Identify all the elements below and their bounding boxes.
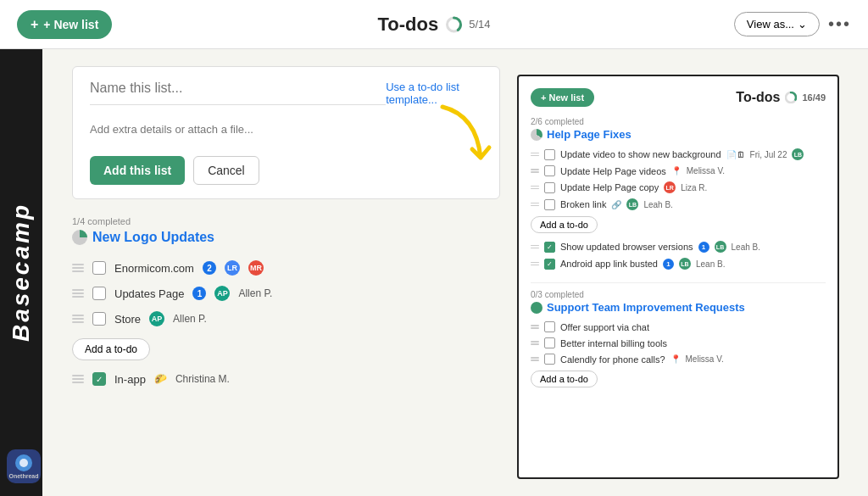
date-icon: 📄🗓 bbox=[726, 150, 745, 159]
section-icon bbox=[531, 129, 542, 141]
preview-checkbox-checked[interactable]: ✓ bbox=[544, 259, 555, 270]
drag-handle-icon bbox=[531, 203, 539, 207]
avatar: MR bbox=[248, 260, 264, 276]
arrow-container bbox=[434, 98, 502, 178]
preview-checkbox[interactable] bbox=[544, 165, 555, 176]
list-item: ✓ Show updated browser versions 1 LB Lea… bbox=[531, 238, 826, 255]
top-right-actions: View as... ⌄ ••• bbox=[734, 12, 851, 36]
preview-todo-text: Better internal billing tools bbox=[560, 338, 667, 348]
preview-progress-icon bbox=[785, 92, 797, 103]
preview-todo-text: Broken link bbox=[560, 199, 606, 209]
drag-handle-icon[interactable] bbox=[72, 264, 84, 272]
avatar: LB bbox=[792, 148, 804, 160]
onethread-logo: Onethread bbox=[7, 449, 41, 483]
todo-text: Enormicom.com bbox=[114, 262, 194, 275]
list-item: Update Help Page copy LR Liza R. bbox=[531, 179, 826, 196]
add-todo-button[interactable]: Add a to-do bbox=[72, 338, 150, 360]
location-icon-2: 📍 bbox=[670, 354, 681, 364]
completed-label: 1/4 completed bbox=[72, 216, 500, 226]
more-icon: ••• bbox=[828, 14, 851, 33]
preview-add-todo-button[interactable]: Add a to-do bbox=[531, 216, 598, 233]
list-item: Offer support via chat bbox=[531, 319, 826, 335]
badge: 1 bbox=[698, 242, 709, 253]
todo-checkbox[interactable] bbox=[92, 261, 106, 275]
logo-text: Onethread bbox=[8, 473, 38, 479]
date-text: Fri, Jul 22 bbox=[750, 150, 787, 159]
preview-list-title-text-2: Support Team Improvement Requests bbox=[547, 301, 745, 314]
todo-checkbox-checked[interactable]: ✓ bbox=[92, 372, 106, 386]
preview-section-1: 2/6 completed Help Page Fixes Update vid… bbox=[531, 117, 826, 272]
todo-checkbox[interactable] bbox=[92, 312, 106, 326]
list-item: Update video to show new background 📄🗓 F… bbox=[531, 146, 826, 163]
assignee-text: Leah B. bbox=[732, 242, 760, 252]
left-column: Use a to-do list template... Add this li… bbox=[25, 66, 500, 479]
preview-checkbox-checked[interactable]: ✓ bbox=[544, 242, 555, 253]
list-title-link[interactable]: New Logo Updates bbox=[72, 230, 500, 245]
list-item: Broken link 🔗 LB Leah B. bbox=[531, 196, 826, 213]
brand-sidebar: Basecamp bbox=[0, 49, 42, 496]
drag-handle-icon bbox=[531, 325, 539, 329]
drag-handle-icon bbox=[531, 262, 539, 266]
avatar: LR bbox=[225, 260, 240, 276]
view-as-button[interactable]: View as... ⌄ bbox=[734, 12, 820, 36]
view-as-label: View as... bbox=[747, 18, 794, 31]
name-list-input[interactable] bbox=[90, 81, 386, 105]
avatar: LR bbox=[664, 181, 676, 193]
todo-section: 1/4 completed New Logo Updates Enormicom… bbox=[72, 216, 500, 391]
preview-list-title-link[interactable]: Help Page Fixes bbox=[531, 128, 826, 141]
progress-text: 5/14 bbox=[469, 18, 490, 31]
preview-section-2: 0/3 completed Support Team Improvement R… bbox=[531, 290, 826, 387]
assignee-name: Christina M. bbox=[175, 373, 230, 385]
preview-checkbox[interactable] bbox=[544, 149, 555, 160]
emoji-icon: 🌮 bbox=[154, 373, 167, 385]
preview-todo-text: Offer support via chat bbox=[560, 322, 649, 332]
preview-checkbox[interactable] bbox=[544, 354, 555, 365]
preview-completed-label-2: 0/3 completed bbox=[531, 290, 826, 299]
list-item: Update Help Page videos 📍 Melissa V. bbox=[531, 163, 826, 179]
drag-handle-icon bbox=[531, 357, 539, 361]
cancel-button[interactable]: Cancel bbox=[193, 156, 259, 185]
preview-checkbox[interactable] bbox=[544, 337, 555, 348]
new-list-label: + New list bbox=[43, 18, 98, 31]
preview-new-list-button[interactable]: + New list bbox=[531, 88, 594, 107]
section-divider bbox=[531, 282, 826, 283]
new-list-button[interactable]: + + New list bbox=[17, 10, 112, 39]
preview-checkbox[interactable] bbox=[544, 321, 555, 332]
preview-progress-text: 16/49 bbox=[802, 92, 826, 103]
preview-list-title-link-2[interactable]: Support Team Improvement Requests bbox=[531, 301, 826, 314]
drag-handle-icon[interactable] bbox=[72, 289, 84, 298]
drag-handle-icon[interactable] bbox=[72, 375, 84, 383]
preview-todo-text: Show updated browser versions bbox=[560, 242, 693, 252]
extra-details-input[interactable] bbox=[90, 123, 482, 136]
preview-completed-label: 2/6 completed bbox=[531, 117, 826, 126]
preview-header: + New list To-dos 16/49 bbox=[531, 88, 826, 107]
preview-checkbox[interactable] bbox=[544, 199, 555, 210]
preview-todo-text: Update Help Page videos bbox=[560, 166, 666, 176]
drag-handle-icon[interactable] bbox=[72, 315, 84, 323]
preview-checkbox[interactable] bbox=[544, 182, 555, 193]
preview-todo-text: Update Help Page copy bbox=[560, 182, 659, 192]
checked-items-area: ✓ Show updated browser versions 1 LB Lea… bbox=[531, 238, 826, 272]
avatar: LB bbox=[715, 241, 726, 253]
chevron-icon: ⌄ bbox=[798, 18, 807, 31]
assignee-text: Leah B. bbox=[643, 200, 672, 209]
top-bar: + + New list To-dos 5/14 View as... ⌄ ••… bbox=[0, 0, 868, 49]
logo-svg bbox=[19, 458, 29, 468]
preview-add-todo-button-2[interactable]: Add a to-do bbox=[531, 371, 598, 387]
section-icon-2 bbox=[531, 302, 542, 314]
assignee-text: Lean B. bbox=[696, 259, 725, 269]
list-title-text: New Logo Updates bbox=[92, 230, 214, 245]
card-actions: Add this list Cancel bbox=[90, 156, 482, 185]
add-list-button[interactable]: Add this list bbox=[90, 156, 185, 185]
preview-title-area: To-dos 16/49 bbox=[736, 90, 826, 105]
yellow-arrow-icon bbox=[434, 98, 502, 175]
assignee-name: Allen P. bbox=[173, 313, 207, 325]
table-row: Store AP Allen P. bbox=[72, 306, 500, 332]
preview-todo-text: Calendly for phone calls? bbox=[560, 354, 665, 365]
list-progress-icon bbox=[72, 230, 87, 245]
more-options-button[interactable]: ••• bbox=[828, 14, 851, 34]
avatar: LB bbox=[626, 198, 638, 210]
todo-checkbox[interactable] bbox=[92, 287, 106, 300]
table-row: Enormicom.com 2 LR MR bbox=[72, 255, 500, 281]
avatar: AP bbox=[149, 311, 164, 326]
